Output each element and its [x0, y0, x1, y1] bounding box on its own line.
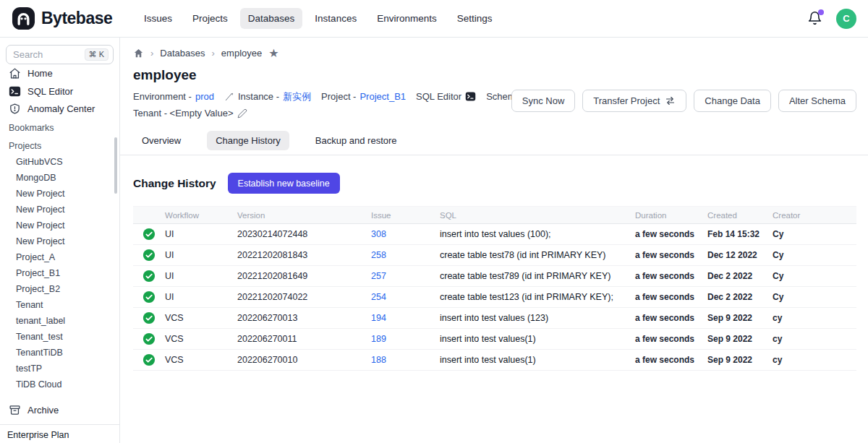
cell-workflow: UI: [165, 229, 237, 239]
breadcrumb-home-icon[interactable]: [133, 48, 144, 59]
cell-sql: create table test123 (id int PRIMARY KEY…: [440, 292, 635, 302]
terminal-icon: [9, 85, 21, 98]
table-row[interactable]: VCS202206270013194insert into test value…: [133, 308, 856, 329]
issue-link[interactable]: 254: [371, 292, 386, 302]
cell-issue: 188: [371, 355, 440, 365]
cell-issue: 189: [371, 334, 440, 344]
issue-link[interactable]: 189: [371, 334, 386, 344]
cell-issue: 257: [371, 271, 440, 281]
brand[interactable]: Bytebase: [12, 7, 126, 30]
sidebar-scrollbar[interactable]: [114, 137, 117, 194]
transfer-project-button[interactable]: Transfer Project: [582, 90, 686, 112]
issue-link[interactable]: 257: [371, 271, 386, 281]
cell-version: 20221202081843: [237, 250, 371, 260]
nav-item-databases[interactable]: Databases: [240, 8, 303, 29]
table-row[interactable]: UI20230214072448308insert into test valu…: [133, 224, 856, 245]
sidebar-project-new-project[interactable]: New Project: [6, 186, 114, 202]
section-title: Change History: [133, 177, 216, 190]
action-buttons: Sync NowTransfer ProjectChange DataAlter…: [511, 90, 856, 112]
sidebar-item-archive[interactable]: Archive: [6, 400, 114, 420]
col-header-version: Version: [237, 211, 371, 220]
cell-version: 202206270011: [237, 334, 371, 344]
tab-backup-and-restore[interactable]: Backup and restore: [307, 131, 406, 150]
issue-link[interactable]: 194: [371, 313, 386, 323]
establish-baseline-button[interactable]: Establish new baseline: [228, 173, 340, 194]
alter-schema-button[interactable]: Alter Schema: [778, 90, 856, 112]
cell-sql: create table test78 (id int PRIMARY KEY): [440, 250, 635, 260]
environment-link[interactable]: prod: [195, 91, 214, 102]
avatar[interactable]: C: [836, 9, 856, 29]
sidebar-item-home[interactable]: Home: [6, 64, 114, 82]
notification-badge: [818, 9, 824, 15]
status-done-icon: [133, 291, 165, 304]
nav-item-instances[interactable]: Instances: [307, 8, 365, 29]
col-header-sql: SQL: [440, 211, 635, 220]
change-data-button[interactable]: Change Data: [694, 90, 771, 112]
nav-items: IssuesProjectsDatabasesInstancesEnvironm…: [136, 8, 500, 29]
tab-bar: OverviewChange HistoryBackup and restore: [133, 131, 856, 150]
sidebar-project-tidb-cloud[interactable]: TiDB Cloud: [6, 377, 114, 392]
notification-bell-icon[interactable]: [807, 11, 823, 27]
sidebar-item-anomaly-center[interactable]: Anomaly Center: [6, 100, 114, 118]
sync-now-button[interactable]: Sync Now: [511, 90, 576, 112]
cell-version: 202206270013: [237, 313, 371, 323]
favorite-star-icon[interactable]: ★: [268, 46, 278, 60]
col-header-creator: Creator: [773, 211, 856, 220]
cell-workflow: VCS: [165, 313, 237, 323]
archive-icon: [9, 404, 21, 416]
cell-created: Sep 9 2022: [707, 313, 773, 323]
cell-issue: 194: [371, 313, 440, 323]
breadcrumb-databases[interactable]: Databases: [160, 48, 205, 59]
page-header-row: Environment - prod Instance - 新实例: [133, 88, 856, 121]
edit-pencil-icon[interactable]: [237, 108, 247, 119]
sidebar-section-bookmarks[interactable]: Bookmarks: [6, 119, 114, 136]
instance-link[interactable]: 新实例: [283, 90, 311, 103]
meta-line-2: Tenant - <Empty Value>: [133, 105, 511, 121]
sidebar-section-projects[interactable]: Projects: [6, 137, 114, 154]
top-navbar: Bytebase IssuesProjectsDatabasesInstance…: [0, 0, 868, 38]
cell-sql: insert into test values (123): [440, 313, 635, 323]
table-row[interactable]: UI20221202081843258create table test78 (…: [133, 245, 856, 266]
sidebar-project-mongodb[interactable]: MongoDB: [6, 170, 114, 186]
sidebar-project-tenant[interactable]: Tenant: [6, 297, 114, 313]
topnav-right: C: [807, 9, 856, 29]
table-row[interactable]: UI20221202081649257create table test789 …: [133, 266, 856, 287]
search-box[interactable]: ⌘ K: [6, 45, 114, 64]
sidebar-project-testtp[interactable]: testTP: [6, 361, 114, 377]
cell-created: Dec 2 2022: [707, 271, 773, 281]
table-row[interactable]: VCS202206270011189insert into test value…: [133, 329, 856, 350]
sidebar-project-tenanttidb[interactable]: TenantTiDB: [6, 345, 114, 361]
cell-duration: a few seconds: [635, 313, 707, 323]
sql-editor-link[interactable]: SQL Editor: [416, 91, 476, 102]
sidebar-item-sql-editor[interactable]: SQL Editor: [6, 82, 114, 100]
nav-item-environments[interactable]: Environments: [369, 8, 445, 29]
nav-item-issues[interactable]: Issues: [136, 8, 180, 29]
table-row[interactable]: UI20221202074022254create table test123 …: [133, 287, 856, 308]
sidebar-project-new-project[interactable]: New Project: [6, 233, 114, 249]
sidebar-project-githubvcs[interactable]: GitHubVCS: [6, 154, 114, 170]
tab-overview[interactable]: Overview: [133, 131, 190, 150]
bytebase-logo-icon: [12, 7, 35, 30]
sidebar-project-new-project[interactable]: New Project: [6, 218, 114, 233]
breadcrumb-separator: ›: [150, 48, 153, 59]
sidebar-project-project-b2[interactable]: Project_B2: [6, 281, 114, 297]
page-title: employee: [133, 67, 856, 83]
table-row[interactable]: VCS202206270010188insert into test value…: [133, 350, 856, 371]
issue-link[interactable]: 308: [371, 229, 386, 239]
sidebar-project-tenant-test[interactable]: Tenant_test: [6, 329, 114, 345]
sidebar-project-new-project[interactable]: New Project: [6, 202, 114, 218]
database-meta: Environment - prod Instance - 新实例: [133, 88, 511, 121]
status-done-icon: [133, 311, 165, 324]
project-link[interactable]: Project_B1: [359, 91, 406, 102]
col-header-issue: Issue: [371, 211, 440, 220]
nav-item-settings[interactable]: Settings: [449, 8, 501, 29]
sidebar-project-tenant-label[interactable]: tenant_label: [6, 313, 114, 329]
issue-link[interactable]: 258: [371, 250, 386, 260]
tab-change-history[interactable]: Change History: [207, 131, 289, 150]
nav-item-projects[interactable]: Projects: [184, 8, 236, 29]
sidebar-project-project-b1[interactable]: Project_B1: [6, 265, 114, 281]
issue-link[interactable]: 188: [371, 355, 386, 365]
search-input[interactable]: [13, 49, 72, 60]
project-list: GitHubVCSMongoDBNew ProjectNew ProjectNe…: [6, 154, 114, 392]
sidebar-project-project-a[interactable]: Project_A: [6, 249, 114, 265]
